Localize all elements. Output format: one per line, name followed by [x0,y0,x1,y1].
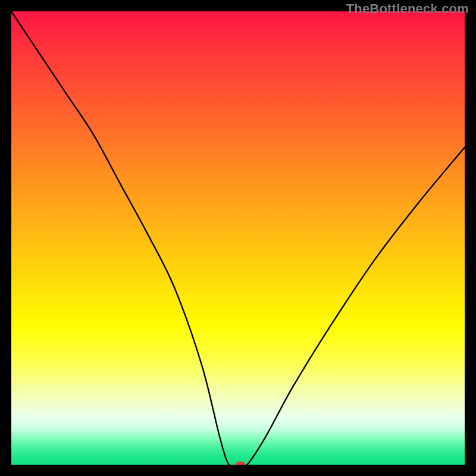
plot-area [11,11,465,465]
watermark-text: TheBottleneck.com [346,1,469,17]
chart-frame: TheBottleneck.com [0,0,476,476]
optimum-marker [236,462,245,465]
bottleneck-curve [11,11,465,465]
curve-path [11,11,465,465]
